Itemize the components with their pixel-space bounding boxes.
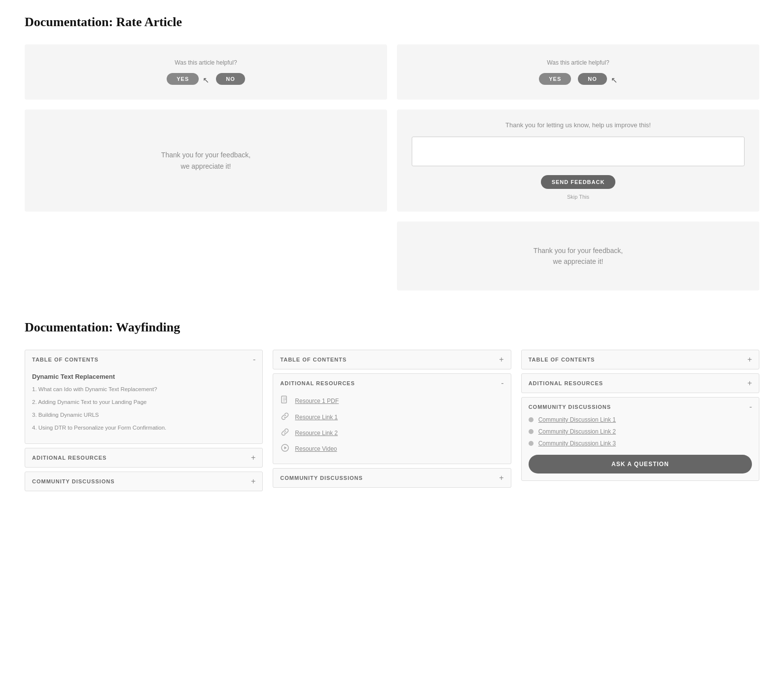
resources-header-col3[interactable]: ADITIONAL RESOURCES + <box>522 374 759 393</box>
video-icon <box>280 444 290 454</box>
wayfinding-grid: TABLE OF CONTENTS - Dynamic Text Replace… <box>25 350 759 491</box>
toc-header-col1[interactable]: TABLE OF CONTENTS - <box>25 350 262 369</box>
wayfinding-col-2: TABLE OF CONTENTS + ADITIONAL RESOURCES … <box>273 350 511 488</box>
toc-chapter-col1: Dynamic Text Replacement <box>32 373 255 380</box>
wayfinding-title: Documentation: Wayfinding <box>25 320 759 335</box>
rate-card-thankyou-no: Thank you for your feedback, we apprecia… <box>397 221 759 291</box>
community-item-3: Community Discussion Link 3 <box>529 440 752 447</box>
community-dot-3 <box>529 441 534 446</box>
pdf-icon <box>280 396 290 406</box>
thankyou-text-left: Thank you for your feedback, we apprecia… <box>161 149 250 172</box>
resource-item-link2: Resource Link 2 <box>280 425 503 441</box>
skip-link[interactable]: Skip This <box>412 194 745 200</box>
resource-pdf-link[interactable]: Resource 1 PDF <box>295 398 339 404</box>
thankyou-text-right: Thank you for your feedback, we apprecia… <box>534 245 623 267</box>
svg-marker-2 <box>285 446 287 449</box>
yes-button-1[interactable]: YES <box>167 73 199 85</box>
no-button-2[interactable]: NO <box>578 73 607 85</box>
link1-icon <box>280 412 290 422</box>
toc-accordion-col1: TABLE OF CONTENTS - Dynamic Text Replace… <box>25 350 263 444</box>
rate-article-grid: Was this article helpful? YES ↖ NO Was t… <box>25 44 759 212</box>
community-link-3[interactable]: Community Discussion Link 3 <box>538 440 616 447</box>
wayfinding-col-3: TABLE OF CONTENTS + ADITIONAL RESOURCES … <box>521 350 759 481</box>
community-header-col1[interactable]: COMMUNITY DISCUSSIONS + <box>25 472 262 491</box>
resource-link2[interactable]: Resource Link 2 <box>295 430 338 437</box>
community-toggle-col3: - <box>749 403 752 411</box>
toc-accordion-col2: TABLE OF CONTENTS + <box>273 350 511 369</box>
feedback-title: Thank you for letting us know, help us i… <box>412 121 745 129</box>
rate-buttons-2: YES NO ↖ <box>539 73 617 85</box>
resources-toggle-col2: - <box>501 379 503 387</box>
rate-question-2: Was this article helpful? <box>547 59 609 66</box>
toc-label-col3: TABLE OF CONTENTS <box>529 357 595 363</box>
resources-header-col2[interactable]: ADITIONAL RESOURCES - <box>273 374 510 393</box>
resources-body-col2: Resource 1 PDF Resource Link 1 <box>273 393 510 464</box>
toc-item-4[interactable]: 4. Using DTR to Personalize your Form Co… <box>32 424 255 432</box>
rate-card-no: Was this article helpful? YES NO ↖ <box>397 44 759 100</box>
community-dot-2 <box>529 429 534 434</box>
community-label-col3: COMMUNITY DISCUSSIONS <box>529 404 611 410</box>
community-label-col1: COMMUNITY DISCUSSIONS <box>32 478 114 484</box>
community-toggle-col1: + <box>251 477 255 485</box>
resources-toggle-col1: + <box>251 454 255 462</box>
resources-label-col1: ADITIONAL RESOURCES <box>32 455 107 461</box>
community-dot-1 <box>529 417 534 422</box>
community-header-col2[interactable]: COMMUNITY DISCUSSIONS + <box>273 469 510 487</box>
no-button-1[interactable]: NO <box>216 73 245 85</box>
community-link-2[interactable]: Community Discussion Link 2 <box>538 428 616 435</box>
toc-label-col2: TABLE OF CONTENTS <box>280 357 347 363</box>
resources-accordion-col1: ADITIONAL RESOURCES + <box>25 448 263 468</box>
resource-video-link[interactable]: Resource Video <box>295 445 337 452</box>
toc-toggle-col1: - <box>253 356 255 364</box>
community-accordion-col3: COMMUNITY DISCUSSIONS - Community Discus… <box>521 397 759 481</box>
resource-item-pdf: Resource 1 PDF <box>280 393 503 409</box>
community-link-1[interactable]: Community Discussion Link 1 <box>538 416 616 423</box>
community-item-2: Community Discussion Link 2 <box>529 428 752 435</box>
resources-toggle-col3: + <box>748 379 752 387</box>
resource-link1[interactable]: Resource Link 1 <box>295 414 338 421</box>
toc-list-col1: 1. What can Ido with Dynamic Text Replac… <box>32 385 255 432</box>
link2-icon <box>280 428 290 438</box>
community-accordion-col1: COMMUNITY DISCUSSIONS + <box>25 472 263 491</box>
toc-body-col1: Dynamic Text Replacement 1. What can Ido… <box>25 373 262 443</box>
toc-item-1[interactable]: 1. What can Ido with Dynamic Text Replac… <box>32 385 255 393</box>
feedback-card: Thank you for letting us know, help us i… <box>397 109 759 212</box>
cursor-icon-yes: ↖ <box>203 75 209 85</box>
toc-accordion-col3: TABLE OF CONTENTS + <box>521 350 759 369</box>
ask-question-button[interactable]: ASK A QUESTION <box>529 455 752 473</box>
rate-buttons-1: YES ↖ NO <box>167 73 245 85</box>
wayfinding-section: Documentation: Wayfinding TABLE OF CONTE… <box>25 320 759 491</box>
rate-article-section: Documentation: Rate Article Was this art… <box>25 15 759 291</box>
community-list-col3: Community Discussion Link 1 Community Di… <box>529 416 752 447</box>
send-feedback-button[interactable]: SEND FEEDBACK <box>541 175 616 189</box>
resources-header-col1[interactable]: ADITIONAL RESOURCES + <box>25 448 262 467</box>
community-accordion-col2: COMMUNITY DISCUSSIONS + <box>273 468 511 488</box>
rate-card-yes: Was this article helpful? YES ↖ NO <box>25 44 387 100</box>
community-body-col3: Community Discussion Link 1 Community Di… <box>522 416 759 480</box>
toc-item-3[interactable]: 3. Building Dynamic URLS <box>32 411 255 419</box>
toc-toggle-col2: + <box>499 356 503 364</box>
rate-question-1: Was this article helpful? <box>175 59 237 66</box>
resources-label-col3: ADITIONAL RESOURCES <box>529 380 603 386</box>
toc-header-col3[interactable]: TABLE OF CONTENTS + <box>522 350 759 369</box>
toc-header-col2[interactable]: TABLE OF CONTENTS + <box>273 350 510 369</box>
resources-label-col2: ADITIONAL RESOURCES <box>280 380 355 386</box>
toc-item-2[interactable]: 2. Adding Dynamic Text to your Landing P… <box>32 398 255 406</box>
toc-label-col1: TABLE OF CONTENTS <box>32 357 99 363</box>
rate-article-title: Documentation: Rate Article <box>25 15 759 30</box>
cursor-icon-no: ↖ <box>611 75 617 85</box>
community-item-1: Community Discussion Link 1 <box>529 416 752 423</box>
community-toggle-col2: + <box>499 474 503 482</box>
yes-button-2[interactable]: YES <box>539 73 571 85</box>
resources-accordion-col3: ADITIONAL RESOURCES + <box>521 373 759 393</box>
community-header-col3[interactable]: COMMUNITY DISCUSSIONS - <box>522 398 759 416</box>
feedback-textarea[interactable] <box>412 137 745 166</box>
community-label-col2: COMMUNITY DISCUSSIONS <box>280 475 362 481</box>
wayfinding-col-1: TABLE OF CONTENTS - Dynamic Text Replace… <box>25 350 263 491</box>
resource-item-link1: Resource Link 1 <box>280 409 503 425</box>
rate-card-thankyou-yes: Thank you for your feedback, we apprecia… <box>25 109 387 212</box>
resources-accordion-col2: ADITIONAL RESOURCES - Resource 1 PDF <box>273 373 511 464</box>
toc-toggle-col3: + <box>748 356 752 364</box>
resource-item-video: Resource Video <box>280 441 503 457</box>
